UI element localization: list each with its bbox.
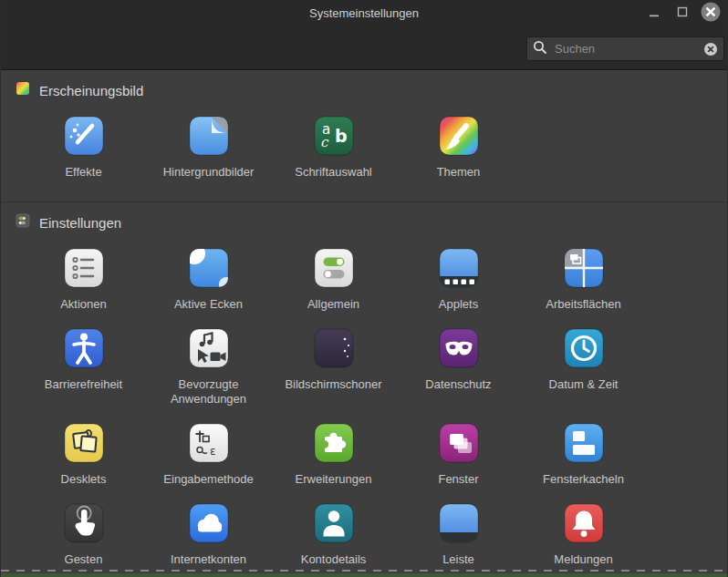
- launcher-item-arbeitsflaechen[interactable]: Arbeitsflächen: [521, 246, 646, 312]
- erweiterungen-icon: [312, 421, 356, 465]
- launcher-item-fenster[interactable]: Fenster: [396, 421, 521, 487]
- minimize-button[interactable]: [644, 4, 664, 24]
- maximize-icon: [675, 5, 690, 23]
- launcher-item-label: Bevorzugte Anwendungen: [150, 377, 268, 407]
- launcher-item-label: Arbeitsflächen: [546, 297, 620, 312]
- launcher-item-aktive-ecken[interactable]: Aktive Ecken: [146, 246, 271, 312]
- close-icon: [701, 2, 721, 26]
- launcher-item-aktionen[interactable]: Aktionen: [21, 246, 146, 312]
- window-controls: [644, 4, 721, 24]
- launcher-item-schriftauswahl[interactable]: a c bSchriftauswahl: [271, 114, 396, 180]
- bevorzugte-icon: [187, 326, 231, 370]
- launcher-item-label: Desklets: [61, 472, 107, 487]
- launcher-item-hintergrundbilder[interactable]: Hintergrundbilder: [146, 114, 271, 180]
- schriftauswahl-icon: a c b: [312, 114, 356, 158]
- titlebar: Systemeinstellungen: [1, 0, 727, 27]
- barrierefreiheit-icon: [62, 326, 106, 370]
- minimize-icon: [647, 5, 661, 23]
- launcher-item-barrierefreiheit[interactable]: Barrierefreiheit: [21, 326, 146, 392]
- appearance-icon: [16, 81, 30, 99]
- launcher-item-bevorzugte[interactable]: Bevorzugte Anwendungen: [146, 326, 271, 407]
- aktive-ecken-icon: [187, 246, 231, 290]
- launcher-item-label: Eingabemethode: [163, 472, 253, 487]
- launcher-item-label: Themen: [437, 165, 481, 180]
- launcher-item-label: Internetkonten: [171, 552, 246, 567]
- launcher-item-allgemein[interactable]: Allgemein: [271, 246, 396, 312]
- launcher-item-label: Barrierefreiheit: [45, 377, 122, 392]
- applets-icon: [437, 246, 481, 290]
- header: Systemeinstellungen: [1, 0, 727, 70]
- launcher-item-fensterkacheln[interactable]: Fensterkacheln: [521, 421, 646, 487]
- items-erscheinungsbild: Effekte Hintergrundbilder a c bSchriftau…: [21, 99, 650, 194]
- section-einstellungen: Einstellungen Aktionen Aktive Ecken Allg…: [1, 202, 727, 577]
- window-title: Systemeinstellungen: [1, 0, 727, 27]
- launcher-item-label: Fenster: [438, 472, 478, 487]
- svg-text:b: b: [335, 126, 348, 146]
- meldungen-icon: [562, 501, 606, 545]
- maximize-button[interactable]: [672, 4, 692, 24]
- section-title: Erscheinungsbild: [39, 83, 143, 98]
- hintergrundbilder-icon: [187, 114, 231, 158]
- allgemein-icon: [312, 246, 356, 290]
- launcher-item-label: Meldungen: [554, 552, 612, 567]
- section-title: Einstellungen: [39, 215, 121, 231]
- section-header-erscheinungsbild: Erscheinungsbild: [16, 81, 727, 99]
- launcher-item-label: Hintergrundbilder: [163, 165, 255, 180]
- datum-zeit-icon: [562, 326, 606, 370]
- launcher-item-label: Erweiterungen: [296, 472, 372, 487]
- launcher-item-kontodetails[interactable]: Kontodetails: [271, 501, 396, 567]
- launcher-item-label: Schriftauswahl: [295, 165, 372, 180]
- effekte-icon: [62, 114, 106, 158]
- search-box: [526, 36, 724, 61]
- launcher-item-gesten[interactable]: Gesten: [21, 501, 146, 567]
- launcher-item-leiste[interactable]: Leiste: [396, 501, 521, 567]
- launcher-item-datum-zeit[interactable]: Datum & Zeit: [521, 326, 646, 392]
- launcher-item-effekte[interactable]: Effekte: [21, 114, 146, 180]
- section-erscheinungsbild: Erscheinungsbild Effekte Hintergrundbild…: [1, 70, 727, 194]
- launcher-item-label: Datum & Zeit: [549, 377, 619, 392]
- kontodetails-icon: [312, 501, 356, 545]
- gesten-icon: [62, 501, 106, 545]
- launcher-item-label: Aktionen: [60, 297, 107, 312]
- launcher-item-meldungen[interactable]: Meldungen: [521, 501, 646, 567]
- leiste-icon: [437, 501, 481, 545]
- section-header-einstellungen: Einstellungen: [16, 213, 727, 232]
- aktionen-icon: [62, 246, 106, 290]
- system-settings-window: Systemeinstellungen: [0, 0, 728, 577]
- svg-text:ε: ε: [210, 445, 216, 458]
- desklets-icon: [62, 421, 106, 465]
- settings-icon: [16, 213, 30, 232]
- fenster-icon: [437, 421, 481, 465]
- launcher-item-label: Fensterkacheln: [543, 472, 624, 487]
- launcher-item-internetkonten[interactable]: Internetkonten: [146, 501, 271, 567]
- launcher-item-themen[interactable]: Themen: [396, 114, 521, 180]
- launcher-item-label: Allgemein: [307, 297, 359, 312]
- launcher-item-desklets[interactable]: Desklets: [21, 421, 146, 487]
- launcher-item-label: Kontodetails: [301, 552, 367, 567]
- fensterkacheln-icon: [562, 421, 606, 465]
- launcher-item-applets[interactable]: Applets: [396, 246, 521, 312]
- themen-icon: [437, 114, 481, 158]
- launcher-item-label: Bildschirmschoner: [285, 377, 381, 392]
- launcher-item-label: Leiste: [442, 552, 474, 567]
- desktop-edge: [1, 573, 727, 577]
- launcher-item-label: Datenschutz: [425, 377, 491, 392]
- scroll-edge-indicator: [1, 570, 727, 572]
- launcher-item-bildschirmschoner[interactable]: Bildschirmschoner: [271, 326, 396, 392]
- bildschirmschoner-icon: [312, 326, 356, 370]
- launcher-item-label: Aktive Ecken: [174, 297, 243, 312]
- clear-search-button[interactable]: [703, 42, 718, 57]
- datenschutz-icon: [437, 326, 481, 370]
- items-einstellungen: Aktionen Aktive Ecken Allgemein Applets …: [21, 232, 650, 577]
- search-input[interactable]: [553, 41, 703, 57]
- close-button[interactable]: [701, 4, 721, 24]
- search-icon: [533, 40, 547, 58]
- launcher-item-datenschutz[interactable]: Datenschutz: [396, 326, 521, 392]
- launcher-item-eingabemethode[interactable]: εEingabemethode: [146, 421, 271, 487]
- eingabemethode-icon: ε: [187, 421, 231, 465]
- launcher-item-label: Gesten: [65, 552, 103, 567]
- arbeitsflaechen-icon: [562, 246, 606, 290]
- launcher-item-label: Applets: [439, 297, 478, 312]
- launcher-item-erweiterungen[interactable]: Erweiterungen: [271, 421, 396, 487]
- settings-grid: Erscheinungsbild Effekte Hintergrundbild…: [1, 70, 727, 577]
